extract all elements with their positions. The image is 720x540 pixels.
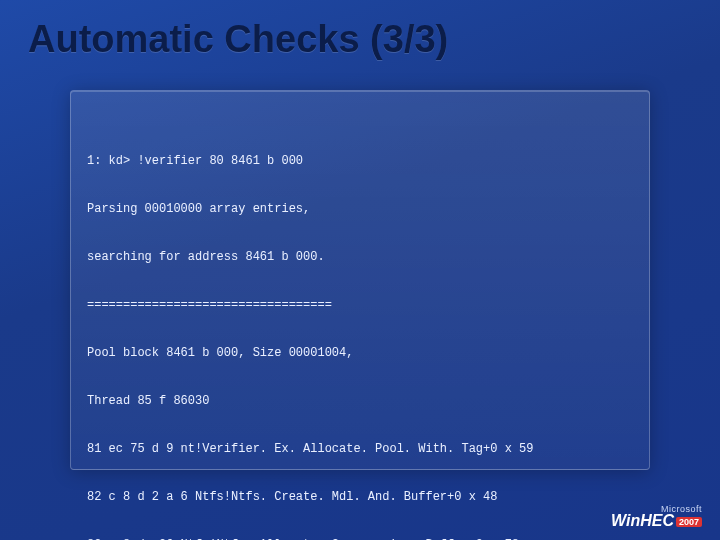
brand-main-text: WinHEC <box>611 512 674 529</box>
brand-main: WinHEC2007 <box>611 512 702 530</box>
code-line: 82 c 8 d 2 a 6 Ntfs!Ntfs. Create. Mdl. A… <box>87 489 633 505</box>
brand-top: Microsoft <box>611 504 702 514</box>
code-block: 1: kd> !verifier 80 8461 b 000 Parsing 0… <box>87 121 633 540</box>
code-line: searching for address 8461 b 000. <box>87 249 633 265</box>
brand-year: 2007 <box>676 517 702 527</box>
code-panel: 1: kd> !verifier 80 8461 b 000 Parsing 0… <box>70 90 650 470</box>
code-line: Parsing 00010000 array entries, <box>87 201 633 217</box>
code-line: 81 ec 75 d 9 nt!Verifier. Ex. Allocate. … <box>87 441 633 457</box>
code-line: ================================== <box>87 297 633 313</box>
slide: Automatic Checks (3/3) 1: kd> !verifier … <box>0 0 720 540</box>
footer-logo: Microsoft WinHEC2007 <box>611 504 702 530</box>
code-line: 1: kd> !verifier 80 8461 b 000 <box>87 153 633 169</box>
code-line: Pool block 8461 b 000, Size 00001004, <box>87 345 633 361</box>
slide-title: Automatic Checks (3/3) <box>28 18 448 61</box>
code-line: Thread 85 f 86030 <box>87 393 633 409</box>
